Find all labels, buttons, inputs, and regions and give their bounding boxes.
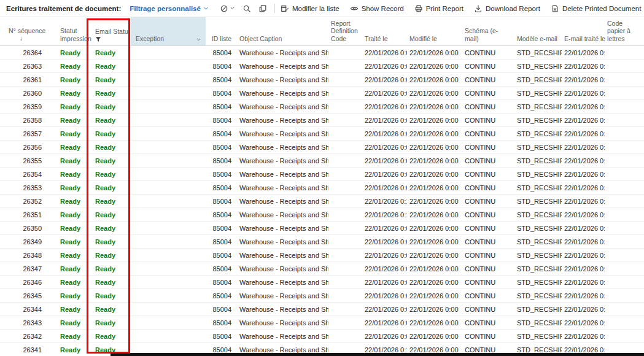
- cell-sequence: 26345: [0, 292, 55, 300]
- table-row[interactable]: 26352 Ready Ready 85004 Warehouse - Rece…: [0, 195, 644, 208]
- cell-email-processed-on: 22/01/2026 0:06: [562, 117, 605, 124]
- custom-filter-button[interactable]: Filtrage personnalisé: [130, 5, 209, 12]
- delete-printed-document-button[interactable]: Delete Printed Document: [551, 4, 641, 13]
- column-header-email-status[interactable]: Email Statut: [89, 17, 131, 45]
- download-report-button[interactable]: Download Report: [474, 4, 540, 13]
- cell-processed-on: 22/01/2026 0:04: [362, 144, 407, 151]
- column-header-email-template[interactable]: Modèle e-mail: [514, 17, 562, 45]
- column-header-email-schema[interactable]: Schéma (e-mail): [462, 17, 514, 45]
- search-button[interactable]: [242, 4, 251, 13]
- cell-print-status: Ready: [55, 306, 89, 313]
- cell-list-id: 85004: [206, 238, 236, 246]
- column-header-email-processed-on[interactable]: E-mail traité le: [562, 17, 605, 45]
- sort-descending-icon: ↓: [20, 35, 53, 42]
- table-row[interactable]: 26361 Ready Ready 85004 Warehouse - Rece…: [0, 73, 644, 87]
- cell-print-status: Ready: [55, 49, 89, 56]
- cell-sequence: 26343: [0, 319, 55, 327]
- table-row[interactable]: 26356 Ready Ready 85004 Warehouse - Rece…: [0, 141, 644, 154]
- cell-email-processed-on: 22/01/2026 0:11: [562, 211, 605, 219]
- cell-email-template: STD_RECSHIP: [514, 184, 562, 192]
- cell-email-processed-on: 22/01/2026 0:11: [562, 306, 605, 313]
- cell-list-id: 85004: [206, 157, 236, 164]
- column-header-sequence[interactable]: N° séquence ↓: [0, 17, 55, 45]
- cell-print-status: Ready: [55, 63, 89, 70]
- cell-sequence: 26364: [0, 49, 55, 56]
- table-row[interactable]: 26351 Ready Ready 85004 Warehouse - Rece…: [0, 208, 644, 222]
- column-header-list-id[interactable]: ID liste: [206, 17, 236, 45]
- column-header-processed-on[interactable]: Traité le: [362, 17, 407, 45]
- table-row[interactable]: 26360 Ready Ready 85004 Warehouse - Rece…: [0, 87, 644, 100]
- table-row[interactable]: 26344 Ready Ready 85004 Warehouse - Rece…: [0, 303, 644, 316]
- cell-sequence: 26363: [0, 63, 55, 70]
- show-record-button[interactable]: Show Record: [350, 4, 404, 13]
- cell-email-template: STD_RECSHIP: [514, 90, 562, 97]
- table-row[interactable]: 26342 Ready Ready 85004 Warehouse - Rece…: [0, 330, 644, 343]
- column-header-stationery-code[interactable]: Code papier à lettres: [605, 17, 644, 45]
- cell-email-template: STD_RECSHIP: [514, 171, 562, 178]
- cell-modified-on: 22/01/2026 0:00: [407, 346, 462, 354]
- table-row[interactable]: 26350 Ready Ready 85004 Warehouse - Rece…: [0, 222, 644, 235]
- cell-email-schema: CONTINU: [462, 171, 514, 178]
- cell-modified-on: 22/01/2026 0:00: [407, 333, 462, 340]
- cell-email-status: Ready: [89, 211, 131, 219]
- print-report-button[interactable]: Print Report: [414, 4, 464, 13]
- cell-email-status: Ready: [89, 90, 131, 97]
- column-header-modified-on[interactable]: Modifié le: [407, 17, 462, 45]
- table-row[interactable]: 26353 Ready Ready 85004 Warehouse - Rece…: [0, 181, 644, 195]
- column-header-exception[interactable]: Exception: [131, 17, 206, 45]
- cell-email-status: Ready: [89, 346, 131, 354]
- column-header-report-definition-code[interactable]: Report Definition Code: [328, 17, 362, 45]
- edit-list-button[interactable]: Modifier la liste: [281, 4, 339, 13]
- column-header-object-caption[interactable]: Object Caption: [236, 17, 328, 45]
- cell-object-caption: Warehouse - Receipts and Ship...: [236, 76, 328, 83]
- cell-modified-on: 22/01/2026 0:00: [407, 157, 462, 164]
- table-row[interactable]: 26343 Ready Ready 85004 Warehouse - Rece…: [0, 316, 644, 330]
- table-row[interactable]: 26355 Ready Ready 85004 Warehouse - Rece…: [0, 154, 644, 168]
- cell-email-processed-on: 22/01/2026 0:06: [562, 171, 605, 178]
- custom-filter-label: Filtrage personnalisé: [130, 5, 201, 12]
- table-header-row: N° séquence ↓ Statut impression Email St…: [0, 17, 644, 46]
- table-row[interactable]: 26357 Ready Ready 85004 Warehouse - Rece…: [0, 127, 644, 141]
- cell-email-schema: CONTINU: [462, 130, 514, 137]
- table-row[interactable]: 26349 Ready Ready 85004 Warehouse - Rece…: [0, 235, 644, 249]
- cell-sequence: 26347: [0, 265, 55, 273]
- table-row[interactable]: 26358 Ready Ready 85004 Warehouse - Rece…: [0, 114, 644, 127]
- cell-object-caption: Warehouse - Receipts and Ship...: [236, 157, 328, 164]
- cell-modified-on: 22/01/2026 0:00: [407, 279, 462, 286]
- table-row[interactable]: 26354 Ready Ready 85004 Warehouse - Rece…: [0, 168, 644, 181]
- cell-email-template: STD_RECSHIP: [514, 198, 562, 205]
- column-header-print-status[interactable]: Statut impression: [55, 17, 89, 45]
- cell-modified-on: 22/01/2026 0:00: [407, 225, 462, 232]
- table-row[interactable]: 26346 Ready Ready 85004 Warehouse - Rece…: [0, 276, 644, 289]
- cell-processed-on: 22/01/2026 0:09: [362, 265, 407, 273]
- cell-email-processed-on: 22/01/2026 0:06: [562, 63, 605, 70]
- cell-print-status: Ready: [55, 103, 89, 110]
- cell-email-schema: CONTINU: [462, 49, 514, 56]
- cell-modified-on: 22/01/2026 0:00: [407, 103, 462, 110]
- cell-email-processed-on: 22/01/2026 0:11: [562, 319, 605, 327]
- cell-processed-on: 22/01/2026 0:09: [362, 279, 407, 286]
- cell-email-processed-on: 22/01/2026 0:06: [562, 103, 605, 110]
- cell-email-template: STD_RECSHIP: [514, 319, 562, 327]
- cell-list-id: 85004: [206, 130, 236, 137]
- cell-processed-on: 22/01/2026 0:09: [362, 225, 407, 232]
- table-row[interactable]: 26363 Ready Ready 85004 Warehouse - Rece…: [0, 60, 644, 73]
- analyze-button[interactable]: [220, 4, 235, 13]
- cell-email-status: Ready: [89, 144, 131, 151]
- cell-email-schema: CONTINU: [462, 184, 514, 192]
- table-row[interactable]: 26348 Ready Ready 85004 Warehouse - Rece…: [0, 249, 644, 262]
- cell-email-status: Ready: [89, 171, 131, 178]
- table-row[interactable]: 26364 Ready Ready 85004 Warehouse - Rece…: [0, 46, 644, 60]
- cell-list-id: 85004: [206, 198, 236, 205]
- table-row[interactable]: 26359 Ready Ready 85004 Warehouse - Rece…: [0, 100, 644, 114]
- table-row[interactable]: 26345 Ready Ready 85004 Warehouse - Rece…: [0, 289, 644, 303]
- cell-email-template: STD_RECSHIP: [514, 49, 562, 56]
- printer-icon: [414, 4, 423, 13]
- cell-object-caption: Warehouse - Receipts and Ship...: [236, 265, 328, 273]
- cell-list-id: 85004: [206, 292, 236, 300]
- edit-list-icon: [281, 4, 289, 13]
- horizontal-scrollbar[interactable]: [111, 353, 644, 356]
- cell-print-status: Ready: [55, 211, 89, 219]
- table-row[interactable]: 26347 Ready Ready 85004 Warehouse - Rece…: [0, 262, 644, 276]
- copy-link-button[interactable]: [258, 4, 267, 13]
